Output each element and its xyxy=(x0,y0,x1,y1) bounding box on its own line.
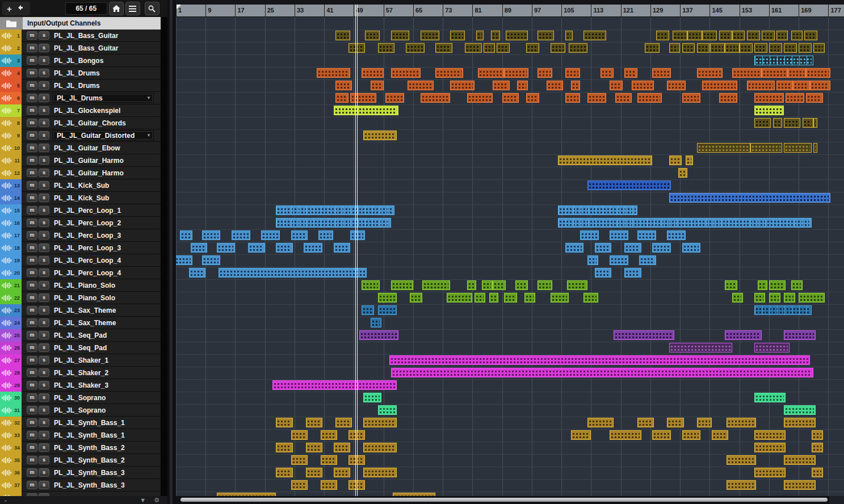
track-row[interactable]: 20msPL_JL_Perc_Loop_4 xyxy=(0,267,161,279)
solo-button[interactable]: s xyxy=(39,331,49,339)
audio-clip[interactable] xyxy=(610,230,628,240)
track-name-dropdown[interactable]: PL_JL_Guitar_Distorted▼ xyxy=(53,131,154,140)
audio-clip[interactable] xyxy=(363,131,397,140)
mute-button[interactable]: m xyxy=(27,206,37,215)
mute-button[interactable]: m xyxy=(27,393,37,402)
audio-clip[interactable] xyxy=(624,68,637,78)
panel-splitter[interactable] xyxy=(167,0,176,504)
track-color-strip[interactable]: 35 xyxy=(0,454,22,467)
audio-clip[interactable] xyxy=(637,93,662,103)
mute-button[interactable]: m xyxy=(27,119,37,127)
audio-clip[interactable] xyxy=(769,293,780,303)
audio-clip[interactable] xyxy=(484,43,495,53)
mute-button[interactable]: m xyxy=(27,106,37,115)
audio-clip[interactable] xyxy=(754,443,786,452)
search-button[interactable] xyxy=(145,2,159,15)
audio-clip[interactable] xyxy=(645,43,660,53)
audio-clip[interactable] xyxy=(378,305,397,315)
audio-clip[interactable] xyxy=(806,68,830,78)
audio-clip[interactable] xyxy=(517,81,528,90)
track-counter[interactable]: 65 / 65 xyxy=(65,2,107,15)
solo-button[interactable]: s xyxy=(39,106,49,115)
gear-icon[interactable]: ⚙ xyxy=(154,497,159,504)
mute-button[interactable]: m xyxy=(27,318,37,327)
audio-clip[interactable] xyxy=(362,305,375,315)
audio-clip[interactable] xyxy=(565,68,580,78)
audio-clip[interactable] xyxy=(652,68,671,78)
audio-clip[interactable] xyxy=(217,243,236,253)
audio-clip[interactable] xyxy=(784,293,795,303)
audio-clip[interactable] xyxy=(551,293,569,303)
audio-clip[interactable] xyxy=(435,43,452,53)
audio-clip[interactable] xyxy=(408,81,434,90)
solo-button[interactable]: s xyxy=(39,468,49,477)
audio-clip[interactable] xyxy=(422,280,450,290)
mute-button[interactable]: m xyxy=(27,31,37,40)
solo-button[interactable]: s xyxy=(39,306,49,314)
audio-clip[interactable] xyxy=(804,31,817,40)
audio-clip[interactable] xyxy=(762,31,775,40)
audio-clip[interactable] xyxy=(465,43,481,53)
audio-clip[interactable] xyxy=(371,81,384,90)
mute-button[interactable]: m xyxy=(27,468,37,477)
track-row[interactable]: 15msPL_JL_Perc_Loop_1 xyxy=(0,204,161,217)
zoom-out-tracks-label[interactable]: - xyxy=(5,497,7,503)
audio-clip[interactable] xyxy=(291,230,308,240)
audio-clip[interactable] xyxy=(754,468,786,477)
audio-clip[interactable] xyxy=(791,31,803,40)
track-color-strip[interactable]: 5 xyxy=(0,79,22,92)
mute-button[interactable]: m xyxy=(27,306,37,314)
audio-clip[interactable] xyxy=(727,418,756,427)
track-color-strip[interactable] xyxy=(0,492,22,497)
audio-clip[interactable] xyxy=(712,430,728,440)
solo-button[interactable]: s xyxy=(39,418,49,427)
folder-icon[interactable] xyxy=(0,17,23,30)
audio-clip[interactable] xyxy=(482,280,493,290)
audio-clip[interactable] xyxy=(812,443,823,452)
track-row[interactable]: 34msPL_JL_Synth_Bass_2 xyxy=(0,442,161,454)
track-row[interactable]: 12msPL_JL_Guitar_Harmo xyxy=(0,167,161,179)
track-row[interactable]: 18msPL_JL_Perc_Loop_3 xyxy=(0,242,161,254)
track-row[interactable]: 13msPL_JL_Kick_Sub xyxy=(0,179,161,192)
audio-clip[interactable] xyxy=(551,43,565,53)
audio-clip[interactable] xyxy=(758,280,767,290)
mute-button[interactable]: m xyxy=(27,243,37,252)
audio-clip[interactable] xyxy=(669,343,732,352)
track-row[interactable]: 29msPL_JL_Shaker_3 xyxy=(0,379,161,392)
mute-button[interactable]: m xyxy=(27,406,37,414)
audio-clip[interactable] xyxy=(362,68,384,78)
audio-clip[interactable] xyxy=(391,68,421,78)
mute-button[interactable]: m xyxy=(27,231,37,240)
audio-clip[interactable] xyxy=(773,118,782,128)
audio-clip[interactable] xyxy=(725,330,762,340)
audio-clip[interactable] xyxy=(727,455,756,465)
audio-clip[interactable] xyxy=(502,93,519,103)
audio-clip[interactable] xyxy=(565,243,584,253)
audio-clip[interactable] xyxy=(747,31,760,40)
audio-clip[interactable] xyxy=(583,31,606,40)
audio-clip[interactable] xyxy=(813,118,817,128)
audio-clip[interactable] xyxy=(202,255,221,265)
audio-clip[interactable] xyxy=(678,168,687,178)
audio-clip[interactable] xyxy=(515,280,528,290)
audio-clip[interactable] xyxy=(450,81,475,90)
track-row[interactable]: 11msPL_JL_Guitar_Harmo xyxy=(0,154,161,167)
solo-button[interactable]: s xyxy=(39,481,49,489)
track-row[interactable]: 36msPL_JL_Synth_Bass_3 xyxy=(0,467,161,479)
audio-clip[interactable] xyxy=(363,443,397,452)
audio-clip[interactable] xyxy=(571,430,591,440)
audio-clip[interactable] xyxy=(776,81,793,90)
audio-clip[interactable] xyxy=(359,330,398,340)
audio-clip[interactable] xyxy=(754,430,786,440)
mute-button[interactable]: m xyxy=(27,69,37,77)
audio-clip[interactable] xyxy=(504,68,528,78)
audio-clip[interactable] xyxy=(587,93,606,103)
audio-clip[interactable] xyxy=(762,68,788,78)
audio-clip[interactable] xyxy=(732,293,744,303)
audio-clip[interactable] xyxy=(810,81,830,90)
track-color-strip[interactable]: 9 xyxy=(0,129,22,142)
mute-button[interactable]: m xyxy=(27,481,37,489)
solo-button[interactable]: s xyxy=(39,194,49,202)
audio-clip[interactable] xyxy=(669,156,682,165)
solo-button[interactable]: s xyxy=(39,256,49,264)
